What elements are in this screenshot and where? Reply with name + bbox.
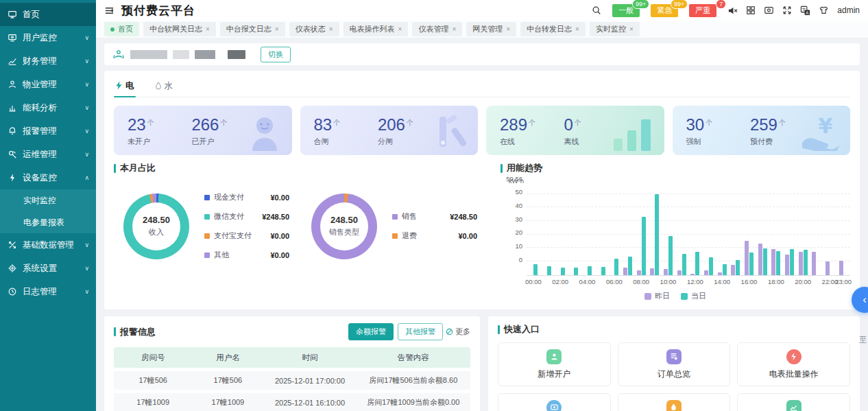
nav-tab[interactable]: 中台软网关日志× [143,22,216,36]
close-tab-icon[interactable]: × [206,25,210,33]
close-tab-icon[interactable]: × [575,25,579,33]
x-tick-label: 16:00 [741,278,758,285]
chart-legend-label: 当日 [691,291,706,301]
sidebar-item-monitor[interactable]: 用户监控∨ [0,26,96,49]
nav-tab[interactable]: 仪表管理× [412,22,462,36]
switch-project-button[interactable]: 切换 [261,47,291,62]
close-tab-icon[interactable]: × [506,25,510,33]
sidebar-subitem[interactable]: 电参量报表 [0,211,96,233]
table-row[interactable]: 17幢100917幢10092025-12-01 16:10:00房间17幢10… [114,393,470,411]
alarm-filter-button[interactable]: 其他报警 [398,323,443,340]
theme-shirt-icon[interactable] [819,5,829,15]
stat-value: 83个 [314,114,378,134]
quick-entry-item[interactable]: 订单总览 [618,342,731,386]
tab-electric[interactable]: 电 [114,76,136,97]
sidebar-item-finance[interactable]: 财务管理∨ [0,49,96,73]
nav-tab[interactable]: 仪表状态× [289,22,339,36]
close-tab-icon[interactable]: × [398,25,402,33]
quick-entry-item[interactable]: 能耗分析 [737,393,850,411]
stat-card[interactable]: 23个未开户266个已开户 [114,106,292,155]
collapse-menu-icon[interactable] [104,5,114,16]
home-icon [7,9,18,20]
nav-tab[interactable]: 实时监控× [590,22,640,36]
table-cell: 17幢1009 [114,397,192,408]
quick-entry-item[interactable]: 水表批量操作 [618,393,731,411]
sidebar-item-label: 首页 [23,9,89,21]
sidebar-item-system[interactable]: 系统设置∨ [0,257,96,280]
sidebar-item-alarm[interactable]: 报警管理∨ [0,119,96,143]
nav-tab-label: 中台转发日志 [527,24,572,34]
x-tick-label: 18:00 [768,278,784,285]
chart-legend-item[interactable]: 昨日 [644,291,670,301]
x-tick-label: 12:00 [687,278,703,285]
legend-label: 其他 [214,250,229,260]
sidebar-item-home[interactable]: 首页 [0,3,96,26]
nav-tab[interactable]: 网关管理× [466,22,516,36]
sidebar-subitem[interactable]: 实时监控 [0,189,96,211]
fullscreen-icon[interactable] [782,5,792,15]
alarm-icon [7,126,18,137]
mute-icon[interactable] [727,5,738,16]
donut-chart: 248.50销售类型 [311,193,377,259]
bar-当日 [723,264,727,275]
tab-water[interactable]: 水 [154,76,175,97]
legend-value: ¥0.00 [458,232,477,240]
drop-icon [666,400,682,411]
quick-entry-title: 快速入口 [498,323,850,336]
sidebar-item-property[interactable]: 物业管理∨ [0,73,96,96]
alarm-level-badge[interactable]: 一般99+ [612,4,640,17]
stat-unit: 个 [779,119,786,126]
chart-legend-item[interactable]: 当日 [681,291,706,301]
stat-card[interactable]: 30个强制259个预付费¥ [673,106,851,155]
alarm-level-badge[interactable]: 紧急99+ [651,4,678,17]
screenshot-icon[interactable] [764,5,774,15]
nav-tab-label: 仪表管理 [418,24,448,34]
x-tick-label: 06:00 [606,278,623,285]
language-icon[interactable]: A文 [800,5,810,16]
table-cell: 2025-12-01 16:10:00 [263,399,356,407]
sidebar-item-energy[interactable]: 能耗分析∨ [0,96,96,119]
username[interactable]: admin [837,5,860,15]
sidebar-item-log[interactable]: 日志管理∨ [0,280,96,303]
nav-tab[interactable]: 首页 [104,22,139,36]
legend-item: 微信支付¥248.50 [204,211,289,222]
bar-group [553,195,567,275]
table-row[interactable]: 17幢50617幢5062025-12-01 17:00:00房间17幢506当… [114,371,470,390]
bar-group [743,195,756,275]
y-axis: kW·h0102030405059.56 [501,178,527,276]
ops-icon [7,149,18,160]
quick-entry-item[interactable]: 房间监控 [498,393,611,411]
stat-card[interactable]: 289个在线0个离线 [486,106,664,155]
close-tab-icon[interactable]: × [275,25,279,33]
sidebar-item-device[interactable]: 设备监控∧ [0,166,96,189]
close-tab-icon[interactable]: × [329,25,333,33]
sidebar-item-ops[interactable]: 运维管理∨ [0,143,96,166]
quick-entry-item[interactable]: 新增开户 [498,342,611,386]
alarm-level-badge[interactable]: 严重7 [689,4,716,17]
alarm-more-link[interactable]: 更多 [446,327,470,337]
x-tick-label: 02:00 [552,278,568,285]
alarm-level-label: 一般 [618,6,634,14]
bar-当日 [628,257,632,275]
bar-当日 [574,268,578,275]
stat-unit: 个 [706,119,712,126]
quick-entry-item[interactable]: 电表批量操作 [737,342,850,386]
stat-value: 206个 [378,114,442,134]
close-tab-icon[interactable]: × [629,25,634,33]
close-tab-icon[interactable]: × [452,25,456,33]
legend-label: 销售 [402,211,417,222]
sidebar-item-basedata[interactable]: 基础数据管理∨ [0,233,96,257]
nav-tab[interactable]: 中台转发日志× [520,22,586,36]
search-icon[interactable] [592,5,601,15]
nav-tab[interactable]: 中台报文日志× [220,22,285,36]
bar-group [607,195,621,275]
bar-group [594,195,607,275]
alarm-filter-button[interactable]: 余额报警 [348,323,394,340]
bar-当日 [682,254,686,275]
month-ratio-title: 本月占比 [114,162,490,174]
stat-value: 289个 [500,114,564,134]
bar-昨日 [650,268,654,275]
stat-card[interactable]: 83个合闸206个分闸 [300,106,479,155]
nav-tab[interactable]: 电表操作列表× [343,22,409,36]
apps-grid-icon[interactable] [746,5,756,15]
